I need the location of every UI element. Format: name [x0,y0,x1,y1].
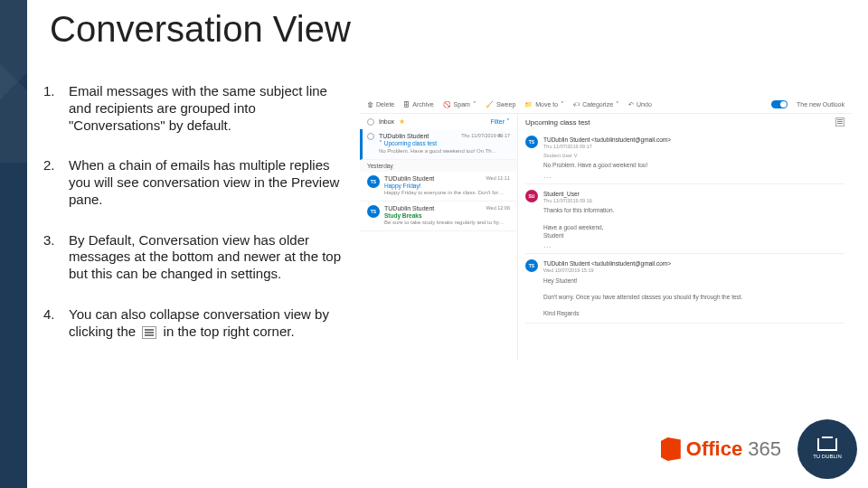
delete-button[interactable]: 🗑 Delete [367,101,394,108]
avatar: TS [367,205,380,218]
list-item: When a chain of emails has multiple repl… [43,157,346,208]
toolbar: 🗑 Delete 🗄 Archive 🚫 Spam ˅ 🧹 Sweep 📁 Mo… [360,96,852,114]
thread-message[interactable]: SU Student_User Thu 11/07/2019 09:16 Tha… [525,184,844,254]
message-item[interactable]: TUDublin Student ˅ Upcoming class test N… [360,129,517,160]
undo-button[interactable]: ↶ Undo [628,101,652,108]
ellipsis-icon[interactable]: … [543,242,844,248]
list-item: By Default, Conversation view has older … [43,232,346,283]
select-all-icon[interactable] [367,118,374,126]
inbox-label: Inbox [379,118,394,125]
date-section: Yesterday [360,160,517,172]
slide-accent-bar [0,0,27,488]
avatar: TS [525,259,538,272]
select-icon[interactable] [367,133,374,140]
tudublin-logo: TU DUBLIN [797,419,857,479]
message-item[interactable]: TS TUDublin Student Study Breaks Be sure… [360,202,517,231]
archive-button[interactable]: 🗄 Archive [403,101,433,108]
list-item-text: By Default, Conversation view has older … [69,232,341,282]
reading-pane: Upcoming class test TS TUDublin Student … [518,114,852,360]
message-item[interactable]: TS TUDublin Student Happy Friday! Happy … [360,172,517,202]
list-item: Email messages with the same subject lin… [43,83,346,134]
avatar: TS [525,136,538,148]
page-title: Conversation View [50,9,351,50]
collapse-icon [142,326,156,339]
moveto-button[interactable]: 📁 Move to ˅ [524,101,564,108]
new-outlook-label: The new Outlook [797,101,844,108]
office-icon [661,437,681,461]
new-outlook-toggle[interactable] [771,100,788,108]
tudublin-glyph [817,438,837,451]
sweep-button[interactable]: 🧹 Sweep [486,101,515,108]
outlook-screenshot: 🗑 Delete 🗄 Archive 🚫 Spam ˅ 🧹 Sweep 📁 Mo… [360,96,852,367]
collapse-icon[interactable] [835,117,844,127]
message-list-pane: Inbox ★ Filter ˅ TUDublin Student ˅ Upco… [360,114,518,360]
reading-subject: Upcoming class test [525,118,590,127]
spam-button[interactable]: 🚫 Spam ˅ [443,101,476,108]
thread-message[interactable]: TS TUDublin Student <tudublinstudent@gma… [525,254,844,324]
star-icon[interactable]: ★ [399,117,405,126]
thread-message[interactable]: TS TUDublin Student <tudublinstudent@gma… [525,130,844,184]
list-item-text: When a chain of emails has multiple repl… [69,157,339,207]
categorize-button[interactable]: 🏷 Categorize ˅ [573,101,619,108]
filter-button[interactable]: Filter ˅ [490,118,510,126]
list-item: You can also collapse conversation view … [43,306,346,341]
ellipsis-icon[interactable]: … [543,173,844,178]
avatar: SU [525,190,538,202]
list-item-text-post: in the top right corner. [164,324,295,339]
footer-logos: Office 365 TU DUBLIN [661,419,857,479]
avatar: TS [367,175,380,188]
instruction-list: Email messages with the same subject lin… [43,83,346,363]
list-item-text: Email messages with the same subject lin… [69,83,327,133]
office365-logo: Office 365 [661,437,781,461]
